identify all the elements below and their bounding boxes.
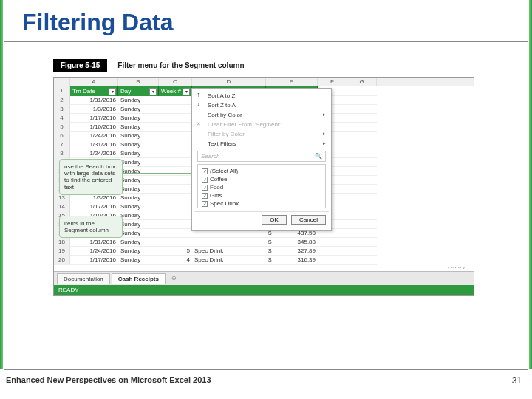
cell-amount[interactable]: $327.89: [266, 247, 318, 256]
cell-empty[interactable]: [347, 194, 377, 202]
cell-date[interactable]: 1/24/2016: [70, 132, 118, 140]
cancel-button[interactable]: Cancel: [291, 215, 326, 225]
cell-empty[interactable]: [347, 176, 377, 185]
cell-empty[interactable]: [347, 105, 377, 114]
text-filters[interactable]: Text Filters▸: [194, 139, 329, 149]
cell-day[interactable]: Sunday: [118, 256, 159, 265]
cell-date[interactable]: 1/3/2016: [70, 194, 118, 202]
header-week[interactable]: Week #▾: [159, 86, 192, 96]
cell-date[interactable]: 1/24/2016: [70, 247, 118, 256]
cell-day[interactable]: Sunday: [118, 167, 159, 176]
cell-empty[interactable]: [347, 140, 377, 149]
cell-empty[interactable]: [347, 220, 377, 229]
cell-date[interactable]: 1/10/2016: [70, 123, 118, 132]
cell-date[interactable]: 1/31/2016: [70, 238, 118, 247]
cell-week[interactable]: [159, 132, 192, 140]
cell-empty[interactable]: [347, 211, 377, 220]
cell-segment[interactable]: [192, 238, 266, 247]
cell-week[interactable]: [159, 114, 192, 123]
cell-week[interactable]: [159, 105, 192, 114]
cell-week[interactable]: [159, 238, 192, 247]
ok-button[interactable]: OK: [262, 215, 287, 225]
cell-week[interactable]: [159, 140, 192, 149]
cell-day[interactable]: Sunday: [118, 96, 159, 105]
cell-week[interactable]: [159, 202, 192, 211]
cell-day[interactable]: Sunday: [118, 202, 159, 211]
cell-day[interactable]: Sunday: [118, 158, 159, 167]
cell-amount[interactable]: $316.39: [266, 256, 318, 265]
cell-week[interactable]: [159, 96, 192, 105]
cell-week[interactable]: [159, 149, 192, 158]
cell-date[interactable]: 1/31/2016: [70, 140, 118, 149]
tab-cash-receipts[interactable]: Cash Receipts: [112, 273, 166, 284]
cell-empty[interactable]: [347, 114, 377, 123]
cell-week[interactable]: 5: [159, 247, 192, 256]
add-sheet-button[interactable]: ⊕: [167, 273, 181, 284]
filter-dropdown-icon[interactable]: ▾: [149, 88, 157, 95]
cell-week[interactable]: [159, 176, 192, 185]
cell-week[interactable]: [159, 211, 192, 220]
cell-segment[interactable]: Spec Drink: [192, 256, 266, 265]
cell-empty[interactable]: [318, 238, 347, 247]
checkbox-icon[interactable]: ✓: [202, 201, 208, 207]
cell-day[interactable]: Sunday: [118, 114, 159, 123]
check-item-selectall[interactable]: ✓(Select All): [200, 167, 323, 175]
cell-amount[interactable]: $345.88: [266, 238, 318, 247]
cell-day[interactable]: Sunday: [118, 185, 159, 194]
cell-date[interactable]: 1/17/2016: [70, 256, 118, 265]
cell-date[interactable]: 1/17/2016: [70, 114, 118, 123]
cell-day[interactable]: Sunday: [118, 229, 159, 238]
cell-day[interactable]: Sunday: [118, 176, 159, 185]
cell-empty[interactable]: [347, 167, 377, 176]
cell-date[interactable]: 1/31/2016: [70, 96, 118, 105]
cell-day[interactable]: Sunday: [118, 149, 159, 158]
sort-az[interactable]: ⤒Sort A to Z: [194, 91, 329, 100]
check-item-specdrink[interactable]: ✓Spec Drink: [200, 200, 323, 208]
cell-week[interactable]: [159, 123, 192, 132]
cell-day[interactable]: Sunday: [118, 194, 159, 202]
cell-empty[interactable]: [347, 158, 377, 167]
checkbox-icon[interactable]: ✓: [202, 168, 208, 174]
cell-empty[interactable]: [347, 149, 377, 158]
cell-week[interactable]: [159, 194, 192, 202]
cell-empty[interactable]: [318, 247, 347, 256]
cell-week[interactable]: [159, 185, 192, 194]
cell-week[interactable]: [159, 229, 192, 238]
filter-dropdown-icon[interactable]: ▾: [183, 88, 190, 95]
cell-week[interactable]: [159, 167, 192, 176]
cell-day[interactable]: Sunday: [118, 132, 159, 140]
cell-day[interactable]: Sunday: [118, 211, 159, 220]
cell-empty[interactable]: [347, 185, 377, 194]
cell-week[interactable]: 4: [159, 256, 192, 265]
header-day[interactable]: Day▾: [118, 86, 159, 96]
check-item-gifts[interactable]: ✓Gifts: [200, 191, 323, 200]
cell-date[interactable]: 1/17/2016: [70, 202, 118, 211]
filter-search-input[interactable]: Search🔍: [197, 151, 326, 162]
sort-color[interactable]: Sort by Color▸: [194, 110, 329, 120]
cell-empty[interactable]: [347, 247, 377, 256]
cell-day[interactable]: Sunday: [118, 105, 159, 114]
cell-segment[interactable]: Spec Drink: [192, 247, 266, 256]
cell-empty[interactable]: [347, 256, 377, 265]
sort-za[interactable]: ⤓Sort Z to A: [194, 100, 329, 110]
cell-date[interactable]: 1/3/2016: [70, 105, 118, 114]
cell-day[interactable]: Sunday: [118, 140, 159, 149]
cell-empty[interactable]: [347, 238, 377, 247]
tab-documentation[interactable]: Documentation: [57, 273, 110, 284]
check-item-food[interactable]: ✓Food: [200, 183, 323, 191]
cell-empty[interactable]: [347, 202, 377, 211]
check-item-coffee[interactable]: ✓Coffee: [200, 175, 323, 183]
checkbox-icon[interactable]: ✓: [202, 177, 208, 183]
cell-empty[interactable]: [347, 96, 377, 105]
checkbox-icon[interactable]: ✓: [202, 193, 208, 199]
header-trndate[interactable]: Trn Date▾: [70, 86, 118, 96]
cell-empty[interactable]: [347, 132, 377, 140]
cell-week[interactable]: [159, 158, 192, 167]
cell-date[interactable]: 1/24/2016: [70, 149, 118, 158]
cell-empty[interactable]: [347, 229, 377, 238]
cell-empty[interactable]: [318, 256, 347, 265]
filter-dropdown-icon[interactable]: ▾: [109, 88, 116, 95]
checkbox-icon[interactable]: ✓: [202, 185, 208, 191]
cell-empty[interactable]: [347, 123, 377, 132]
cell-day[interactable]: Sunday: [118, 123, 159, 132]
